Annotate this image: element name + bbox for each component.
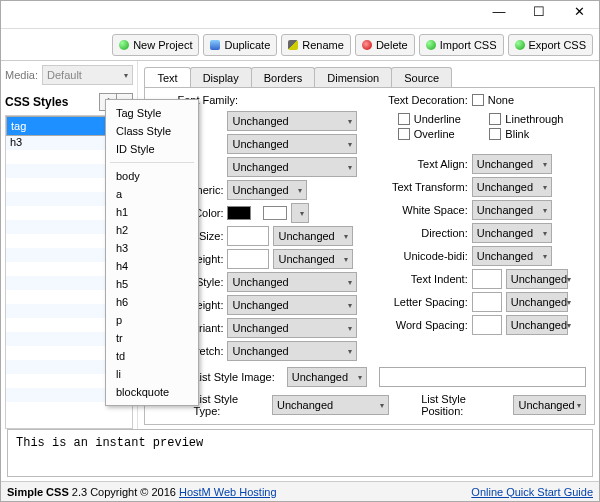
none-checkbox[interactable]: None: [472, 94, 514, 106]
menu-tag-body[interactable]: body: [106, 167, 198, 185]
tab-text[interactable]: Text: [144, 67, 190, 87]
main-area: Media: Default▾ CSS Styles + − tag h3: [1, 61, 599, 481]
list-style-position-select[interactable]: Unchanged▾: [513, 395, 586, 415]
menu-tag-h1[interactable]: h1: [106, 203, 198, 221]
menu-tag-tr[interactable]: tr: [106, 329, 198, 347]
font-weight-select[interactable]: Unchanged▾: [273, 249, 353, 269]
text-transform-select[interactable]: Unchanged▾: [472, 177, 552, 197]
generic-select[interactable]: Unchanged▾: [227, 180, 307, 200]
font-family-3[interactable]: Unchanged▾: [227, 157, 357, 177]
text-indent-input[interactable]: [472, 269, 502, 289]
hostm-link[interactable]: HostM Web Hosting: [179, 486, 277, 498]
tab-strip: Text Display Borders Dimension Source: [138, 61, 599, 87]
editor-panel: Text Display Borders Dimension Source Fo…: [138, 61, 599, 429]
text-indent-unit[interactable]: Unchanged▾: [506, 269, 568, 289]
media-select[interactable]: Default▾: [42, 65, 133, 85]
duplicate-button[interactable]: Duplicate: [203, 34, 277, 56]
white-space-select[interactable]: Unchanged▾: [472, 200, 552, 220]
color-select[interactable]: ▾: [291, 203, 309, 223]
new-project-icon: [119, 40, 129, 50]
text-panel: Font Family: Unchanged▾ Unchanged▾ Uncha…: [144, 87, 595, 425]
add-style-menu: Tag Style Class Style ID Style body a h1…: [105, 99, 199, 406]
delete-icon: [362, 40, 372, 50]
menu-tag-h2[interactable]: h2: [106, 221, 198, 239]
rename-button[interactable]: Rename: [281, 34, 351, 56]
bg-color-swatch[interactable]: [263, 206, 287, 220]
toolbar: New Project Duplicate Rename Delete Impo…: [1, 29, 599, 61]
menu-tag-td[interactable]: td: [106, 347, 198, 365]
menu-tag-style[interactable]: Tag Style: [106, 104, 198, 122]
menu-tag-h4[interactable]: h4: [106, 257, 198, 275]
app-name: Simple CSS: [7, 486, 69, 498]
letter-spacing-input[interactable]: [472, 292, 502, 312]
status-bar: Simple CSS 2.3 Copyright © 2016 HostM We…: [1, 481, 599, 501]
quick-start-link[interactable]: Online Quick Start Guide: [471, 486, 593, 498]
maximize-button[interactable]: ☐: [519, 1, 559, 23]
menu-tag-h6[interactable]: h6: [106, 293, 198, 311]
letter-spacing-unit[interactable]: Unchanged▾: [506, 292, 568, 312]
list-style-type-select[interactable]: Unchanged▾: [272, 395, 389, 415]
font-size-unit[interactable]: Unchanged▾: [273, 226, 353, 246]
rename-icon: [288, 40, 298, 50]
editor-area: Media: Default▾ CSS Styles + − tag h3: [1, 61, 599, 429]
text-align-select[interactable]: Unchanged▾: [472, 154, 552, 174]
menu-tag-h3[interactable]: h3: [106, 239, 198, 257]
menu-tag-a[interactable]: a: [106, 185, 198, 203]
list-style-type-label: List Style Type:: [193, 393, 259, 417]
text-color-swatch[interactable]: [227, 206, 251, 220]
font-stretch-select[interactable]: Unchanged▾: [227, 341, 357, 361]
duplicate-icon: [210, 40, 220, 50]
blink-checkbox[interactable]: Blink: [489, 128, 586, 140]
word-spacing-input[interactable]: [472, 315, 502, 335]
import-css-button[interactable]: Import CSS: [419, 34, 504, 56]
direction-select[interactable]: Unchanged▾: [472, 223, 552, 243]
overline-checkbox[interactable]: Overline: [398, 128, 484, 140]
unicode-bidi-select[interactable]: Unchanged▾: [472, 246, 552, 266]
new-project-button[interactable]: New Project: [112, 34, 199, 56]
media-label: Media:: [5, 69, 38, 81]
list-style-image-select[interactable]: Unchanged▾: [287, 367, 367, 387]
line-height-select[interactable]: Unchanged▾: [227, 295, 357, 315]
font-size-input[interactable]: [227, 226, 269, 246]
app-window: — ☐ ✕ New Project Duplicate Rename Delet…: [0, 0, 600, 502]
menu-class-style[interactable]: Class Style: [106, 122, 198, 140]
tab-display[interactable]: Display: [190, 67, 252, 87]
css-styles-heading: CSS Styles: [5, 95, 68, 109]
font-weight-input[interactable]: [227, 249, 269, 269]
export-css-button[interactable]: Export CSS: [508, 34, 593, 56]
text-decoration-label: Text Decoration:: [378, 94, 468, 106]
import-icon: [426, 40, 436, 50]
preview-pane: This is an instant preview: [7, 429, 593, 477]
word-spacing-unit[interactable]: Unchanged▾: [506, 315, 568, 335]
menu-tag-p[interactable]: p: [106, 311, 198, 329]
font-family-2[interactable]: Unchanged▾: [227, 134, 357, 154]
menu-tag-li[interactable]: li: [106, 365, 198, 383]
copyright-text: 2.3 Copyright © 2016: [69, 486, 179, 498]
menu-tag-blockquote[interactable]: blockquote: [106, 383, 198, 401]
list-style-position-label: List Style Position:: [421, 393, 501, 417]
font-family-label: Font Family:: [177, 94, 361, 106]
tab-borders[interactable]: Borders: [251, 67, 316, 87]
list-style-image-input[interactable]: [379, 367, 586, 387]
linethrough-checkbox[interactable]: Linethrough: [489, 113, 586, 125]
font-style-select[interactable]: Unchanged▾: [227, 272, 357, 292]
tab-source[interactable]: Source: [391, 67, 452, 87]
font-variant-select[interactable]: Unchanged▾: [227, 318, 357, 338]
delete-button[interactable]: Delete: [355, 34, 415, 56]
list-style-image-label: List Style Image:: [193, 371, 274, 383]
minimize-button[interactable]: —: [479, 1, 519, 23]
font-family-1[interactable]: Unchanged▾: [227, 111, 357, 131]
menu-tag-h5[interactable]: h5: [106, 275, 198, 293]
export-icon: [515, 40, 525, 50]
underline-checkbox[interactable]: Underline: [398, 113, 484, 125]
menu-id-style[interactable]: ID Style: [106, 140, 198, 158]
titlebar: — ☐ ✕: [1, 1, 599, 29]
close-button[interactable]: ✕: [559, 1, 599, 23]
tab-dimension[interactable]: Dimension: [314, 67, 392, 87]
